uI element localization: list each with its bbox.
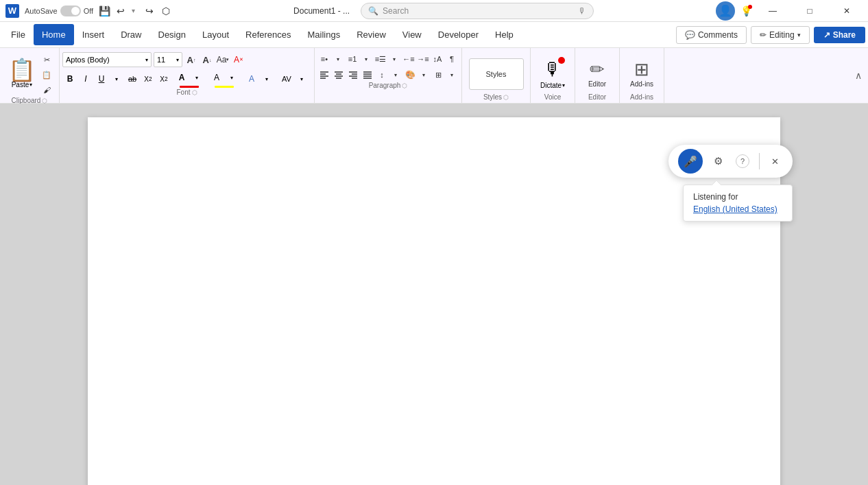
editor-button[interactable]: ✏ Editor — [585, 57, 610, 90]
paste-dropdown-arrow[interactable]: ▾ — [29, 82, 32, 88]
styles-button[interactable]: Styles — [469, 58, 524, 90]
align-right-button[interactable] — [346, 68, 360, 82]
cut-button[interactable]: ✂ — [40, 53, 53, 67]
font-color-button[interactable]: A — [174, 70, 189, 85]
multilevel-button[interactable]: ≡☰ — [374, 52, 387, 66]
menu-layout[interactable]: Layout — [194, 24, 237, 45]
char-spacing-button[interactable]: AV — [279, 71, 294, 86]
increase-indent-button[interactable]: →≡ — [416, 52, 430, 66]
menu-design[interactable]: Design — [150, 24, 194, 45]
shading-dropdown[interactable]: ▾ — [417, 68, 431, 82]
bullets-dropdown[interactable]: ▾ — [331, 52, 345, 66]
line-spacing-dropdown[interactable]: ▾ — [389, 68, 402, 82]
decrease-font-button[interactable]: A↓ — [200, 53, 214, 67]
bullets-button[interactable]: ≡• — [317, 52, 331, 66]
menu-home[interactable]: Home — [34, 24, 74, 45]
underline-button[interactable]: U — [94, 71, 109, 86]
increase-font-button[interactable]: A↑ — [184, 53, 198, 67]
decrease-indent-button[interactable]: ←≡ — [402, 52, 415, 66]
addins-icon: ⊞ — [634, 59, 649, 80]
menu-file[interactable]: File — [3, 24, 34, 45]
change-case-button[interactable]: Aa▾ — [216, 53, 230, 67]
shading-button[interactable]: 🎨 — [403, 68, 417, 82]
italic-button[interactable]: I — [78, 71, 93, 86]
dictate-settings-button[interactable]: ⚙ — [708, 152, 727, 171]
align-left-button[interactable] — [317, 68, 331, 82]
subscript-button[interactable]: X2 — [141, 71, 156, 86]
multilevel-dropdown[interactable]: ▾ — [387, 52, 401, 66]
sort-button[interactable]: ↕A — [431, 52, 444, 66]
align-center-button[interactable] — [332, 68, 346, 82]
dictate-button[interactable]: 🎙 Dictate ▾ — [535, 54, 570, 92]
avatar[interactable]: 👤 — [716, 1, 735, 21]
close-button[interactable]: ✕ — [831, 0, 863, 22]
bold-button[interactable]: B — [62, 71, 77, 86]
mic-search-icon[interactable]: 🎙 — [578, 6, 586, 16]
menu-mailings[interactable]: Mailings — [300, 24, 349, 45]
voice-content: 🎙 Dictate ▾ — [535, 50, 570, 93]
menu-view[interactable]: View — [394, 24, 430, 45]
text-effects-dropdown[interactable]: ▾ — [259, 71, 274, 86]
menu-developer[interactable]: Developer — [430, 24, 487, 45]
dictate-dropdown-arrow[interactable]: ▾ — [562, 82, 565, 88]
comments-button[interactable]: 💬 Comments — [676, 26, 747, 44]
font-color-dropdown[interactable]: ▾ — [189, 70, 204, 85]
font-name-value: Aptos (Body) — [66, 56, 110, 64]
dictate-help-button[interactable]: ? — [733, 152, 752, 171]
clipboard-content: 📋 Paste ▾ ✂ 📋 🖌 — [5, 50, 53, 97]
autosave-toggle[interactable] — [60, 5, 81, 16]
dictate-mic-button[interactable]: 🎤 — [678, 149, 703, 174]
addins-label-group: Add-ins — [623, 93, 661, 103]
char-spacing-dropdown[interactable]: ▾ — [294, 71, 309, 86]
menu-insert[interactable]: Insert — [74, 24, 113, 45]
undo-button[interactable]: ↩ — [115, 5, 126, 16]
share-button[interactable]: ↗ Share — [814, 27, 865, 43]
ribbon-collapse: ∧ — [852, 48, 868, 103]
font-name-field[interactable]: Aptos (Body) ▾ — [62, 52, 152, 67]
ribbon-collapse-button[interactable]: ∧ — [852, 69, 865, 82]
borders-button[interactable]: ⊞ — [431, 68, 445, 82]
undo-dropdown[interactable]: ▾ — [128, 5, 138, 16]
addins-button[interactable]: ⊞ Add-ins — [627, 57, 657, 90]
editor-label-group: Editor — [578, 93, 616, 103]
underline-dropdown[interactable]: ▾ — [109, 71, 124, 86]
editing-button[interactable]: ✏ Editing ▾ — [751, 26, 810, 44]
font-size-field[interactable]: 11 ▾ — [154, 52, 182, 67]
menu-references[interactable]: References — [237, 24, 299, 45]
numbering-button[interactable]: ≡1 — [346, 52, 359, 66]
format-painter-button[interactable]: 🖌 — [40, 83, 53, 97]
redo-button[interactable]: ↪ — [144, 5, 155, 16]
menu-help[interactable]: Help — [487, 24, 522, 45]
menu-review[interactable]: Review — [348, 24, 394, 45]
line-spacing-button[interactable]: ↕ — [375, 68, 389, 82]
font-settings-icon[interactable]: ⬡ — [192, 89, 197, 96]
tooltip-language[interactable]: English (United States) — [693, 204, 782, 214]
addins-label: Add-ins — [630, 80, 653, 88]
styles-group: Styles Styles ⬡ — [462, 48, 531, 103]
styles-label: Styles ⬡ — [465, 93, 527, 103]
paste-button[interactable]: 📋 Paste ▾ — [5, 58, 38, 90]
minimize-button[interactable]: — — [757, 0, 788, 22]
borders-dropdown[interactable]: ▾ — [445, 68, 459, 82]
editor-group: ✏ Editor Editor — [575, 48, 620, 103]
numbering-dropdown[interactable]: ▾ — [359, 52, 373, 66]
customize-button[interactable]: ⬡ — [160, 5, 171, 16]
char-spacing-area: AV ▾ — [277, 71, 311, 87]
justify-button[interactable] — [361, 68, 374, 82]
clipboard-settings-icon[interactable]: ⬡ — [42, 97, 47, 104]
styles-settings-icon[interactable]: ⬡ — [503, 94, 509, 101]
copy-button[interactable]: 📋 — [40, 68, 53, 82]
menu-draw[interactable]: Draw — [112, 24, 149, 45]
search-box[interactable]: 🔍 Search 🎙 — [361, 3, 594, 19]
highlight-dropdown[interactable]: ▾ — [224, 70, 239, 85]
strikethrough-button[interactable]: ab — [125, 71, 140, 86]
save-button[interactable]: 💾 — [99, 5, 110, 16]
superscript-button[interactable]: X2 — [156, 71, 171, 86]
maximize-button[interactable]: □ — [794, 0, 825, 22]
dictate-close-button[interactable]: ✕ — [767, 153, 783, 169]
highlight-button[interactable]: A — [209, 70, 224, 85]
paragraph-settings-icon[interactable]: ⬡ — [402, 82, 407, 89]
show-marks-button[interactable]: ¶ — [445, 52, 459, 66]
clear-format-button[interactable]: A✕ — [232, 53, 245, 67]
text-effects-button[interactable]: A — [244, 71, 259, 86]
